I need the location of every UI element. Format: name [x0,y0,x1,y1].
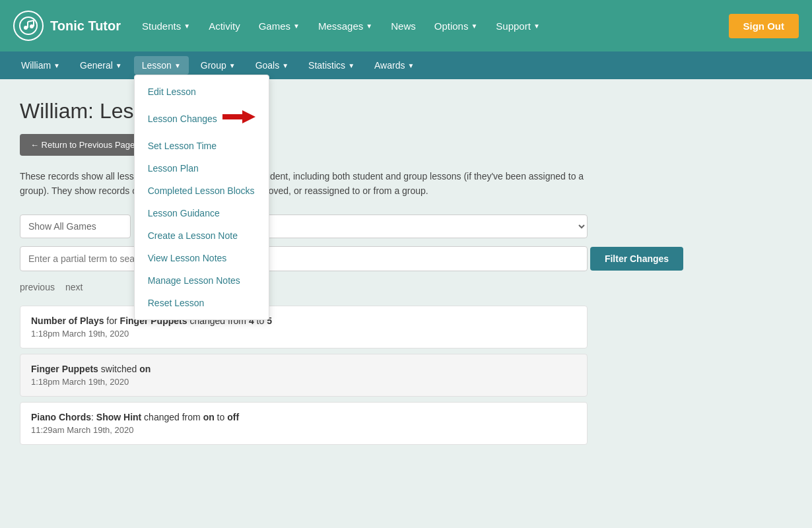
chevron-down-icon: ▼ [53,62,60,69]
filter-changes-button[interactable]: Filter Changes [590,247,683,271]
lesson-dropdown-menu: Edit Lesson Lesson Changes Set Lesson Ti… [134,75,269,320]
description-text: These records show all lesson changes as… [20,169,588,199]
lesson-dropdown-container: Lesson ▼ Edit Lesson Lesson Changes Set … [134,56,189,75]
app-title: Tonic Tutor [50,18,121,34]
chevron-down-icon: ▼ [184,22,190,30]
activity-entry: Number of Plays for Finger Puppets chang… [20,306,588,348]
dropdown-reset-lesson[interactable]: Reset Lesson [135,292,269,314]
nav-options[interactable]: Options ▼ [426,15,486,37]
sub-nav: William ▼ General ▼ Lesson ▼ Edit Lesson… [0,51,812,79]
chevron-down-icon: ▼ [174,62,181,69]
subnav-statistics[interactable]: Statistics ▼ [300,56,362,75]
dropdown-lesson-plan[interactable]: Lesson Plan [135,157,269,180]
dropdown-view-lesson-notes[interactable]: View Lesson Notes [135,247,269,269]
svg-line-5 [28,20,34,22]
nav-games[interactable]: Games ▼ [251,15,308,37]
activity-main-text: Piano Chords: Show Hint changed from on … [31,412,576,422]
dropdown-create-lesson-note[interactable]: Create a Lesson Note [135,224,269,247]
activity-time: 1:18pm March 19th, 2020 [31,329,576,339]
dropdown-completed-lesson-blocks[interactable]: Completed Lesson Blocks [135,180,269,202]
chevron-down-icon: ▼ [282,62,288,69]
chevron-down-icon: ▼ [471,22,477,30]
dropdown-set-lesson-time[interactable]: Set Lesson Time [135,135,269,157]
chevron-down-icon: ▼ [116,62,122,69]
nav-messages[interactable]: Messages ▼ [310,15,380,37]
dropdown-manage-lesson-notes[interactable]: Manage Lesson Notes [135,269,269,292]
main-content: William: Lesson Changes ← Return to Prev… [0,79,812,528]
dropdown-edit-lesson[interactable]: Edit Lesson [135,81,269,103]
chevron-down-icon: ▼ [533,22,540,30]
arrow-right-icon [222,109,255,129]
activity-main-text: Number of Plays for Finger Puppets chang… [31,315,576,326]
logo-area: Tonic Tutor [13,11,121,41]
sign-out-button[interactable]: Sign Out [729,14,799,38]
nav-news[interactable]: News [383,15,424,37]
activity-main-text: Finger Puppets switched on [31,364,576,374]
activity-entry: Finger Puppets switched on 1:18pm March … [20,354,588,397]
dropdown-lesson-changes[interactable]: Lesson Changes [135,103,269,135]
pagination-previous[interactable]: previous [20,282,55,292]
chevron-down-icon: ▼ [407,62,414,69]
activity-entry: Piano Chords: Show Hint changed from on … [20,402,588,445]
subnav-general[interactable]: General ▼ [72,56,130,75]
subnav-group[interactable]: Group ▼ [193,56,244,75]
subnav-lesson[interactable]: Lesson ▼ [134,56,189,75]
pagination-next[interactable]: next [65,282,83,292]
top-nav: Tonic Tutor Students ▼ Activity Games ▼ … [0,0,812,51]
subnav-goals[interactable]: Goals ▼ [248,56,296,75]
dropdown-lesson-guidance[interactable]: Lesson Guidance [135,202,269,224]
show-all-games-input[interactable] [20,214,131,238]
activity-time: 11:29am March 19th, 2020 [31,425,576,435]
chevron-down-icon: ▼ [348,62,355,69]
subnav-awards[interactable]: Awards ▼ [366,56,422,75]
nav-activity[interactable]: Activity [201,15,248,37]
return-button[interactable]: ← Return to Previous Page [20,134,145,156]
chevron-down-icon: ▼ [366,22,372,30]
chevron-down-icon: ▼ [229,62,236,69]
activity-time: 1:18pm March 19th, 2020 [31,377,576,387]
nav-students[interactable]: Students ▼ [134,15,198,37]
filter-row [20,214,588,238]
logo-icon [13,11,44,41]
chevron-down-icon: ▼ [293,22,300,30]
svg-marker-6 [222,110,255,123]
nav-support[interactable]: Support ▼ [488,15,547,37]
search-input[interactable] [20,246,588,271]
top-nav-items: Students ▼ Activity Games ▼ Messages ▼ N… [134,15,722,37]
subnav-william[interactable]: William ▼ [13,56,68,75]
